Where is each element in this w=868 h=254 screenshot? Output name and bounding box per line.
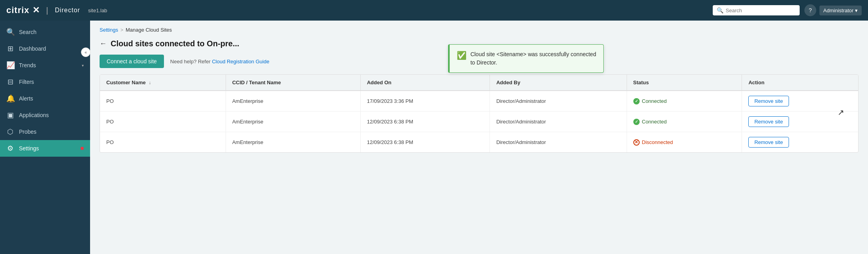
sort-icon: ↓ [149, 80, 151, 85]
table-row: PO AmEnterprise 12/09/2023 6:38 PM Direc… [100, 132, 858, 153]
help-text: Need help? Refer Cloud Registration Guid… [170, 59, 269, 64]
disconnected-icon: ✕ [633, 139, 640, 146]
cell-added-on: 17/09/2023 3:36 PM [360, 91, 490, 112]
nav-divider: | [46, 6, 49, 15]
sidebar-collapse-button[interactable]: « [81, 47, 90, 57]
table-body: PO AmEnterprise 17/09/2023 3:36 PM Direc… [100, 91, 858, 152]
filters-icon: ⊟ [6, 78, 14, 86]
applications-icon: ▣ [6, 111, 14, 119]
probes-icon: ⬡ [6, 127, 14, 136]
status-connected: ✓ Connected [633, 98, 736, 104]
table-header: Customer Name ↓ CCID / Tenant Name Added… [100, 75, 858, 91]
sidebar-label-settings: Settings [19, 145, 74, 152]
back-button[interactable]: ← [100, 40, 107, 48]
sidebar-item-search[interactable]: 🔍 Search [0, 24, 90, 40]
sidebar-label-dashboard: Dashboard [19, 45, 84, 52]
user-menu-button[interactable]: Administrator ▾ [819, 6, 862, 15]
sidebar-label-trends: Trends [19, 62, 77, 68]
status-label: Connected [642, 119, 667, 125]
cloud-sites-table: Customer Name ↓ CCID / Tenant Name Added… [100, 75, 858, 152]
cell-added-by: Director/Administrator [490, 112, 627, 132]
cloud-registration-guide-link[interactable]: Cloud Registration Guide [212, 59, 269, 64]
sidebar-item-trends[interactable]: 📈 Trends ▾ [0, 57, 90, 74]
sidebar-label-search: Search [19, 29, 84, 35]
breadcrumb-settings-link[interactable]: Settings [100, 27, 118, 33]
connected-icon: ✓ [633, 119, 640, 125]
cell-added-by: Director/Administrator [490, 91, 627, 112]
status-label: Disconnected [642, 139, 673, 145]
settings-icon: ⚙ [6, 144, 14, 153]
content-area: ✅ Cloud site <Sitename> was successfully… [90, 21, 868, 254]
cell-ccid: AmEnterprise [226, 91, 360, 112]
col-added-by: Added By [490, 75, 627, 91]
sidebar: « 🔍 Search ⊞ Dashboard 📈 Trends ▾ ⊟ Filt… [0, 21, 90, 254]
col-status: Status [627, 75, 742, 91]
nav-director-label: Director [55, 7, 80, 14]
search-icon: 🔍 [717, 7, 723, 13]
cell-action[interactable]: Remove site [742, 91, 858, 112]
breadcrumb-current-page: Manage Cloud Sites [126, 27, 172, 33]
remove-site-button[interactable]: Remove site [748, 96, 789, 106]
sidebar-item-probes[interactable]: ⬡ Probes [0, 123, 90, 140]
cell-customer: PO [100, 91, 226, 112]
cell-status: ✓ Connected [627, 112, 742, 132]
cloud-sites-table-container: Customer Name ↓ CCID / Tenant Name Added… [100, 74, 859, 153]
breadcrumb: Settings > Manage Cloud Sites [90, 21, 868, 36]
page-title: Cloud sites connected to On-pre... [111, 39, 239, 48]
status-connected: ✓ Connected [633, 119, 736, 125]
top-search-box[interactable]: 🔍 [713, 5, 800, 15]
nav-site-name: site1.lab [88, 8, 107, 13]
cell-customer: PO [100, 112, 226, 132]
cell-status: ✕ Disconnected [627, 132, 742, 153]
cell-customer: PO [100, 132, 226, 153]
cell-added-on: 12/09/2023 6:38 PM [360, 112, 490, 132]
chevron-down-icon: ▾ [82, 63, 84, 68]
settings-notification-dot [81, 147, 84, 150]
dashboard-icon: ⊞ [6, 44, 14, 53]
sidebar-label-probes: Probes [19, 129, 84, 135]
sidebar-item-applications[interactable]: ▣ Applications [0, 107, 90, 123]
cell-ccid: AmEnterprise [226, 112, 360, 132]
notification-text: Cloud site <Sitename> was successfully c… [471, 50, 596, 67]
col-ccid: CCID / Tenant Name [226, 75, 360, 91]
sidebar-item-alerts[interactable]: 🔔 Alerts [0, 90, 90, 107]
sidebar-label-filters: Filters [19, 79, 84, 85]
table-row: PO AmEnterprise 12/09/2023 6:38 PM Direc… [100, 112, 858, 132]
table-row: PO AmEnterprise 17/09/2023 3:36 PM Direc… [100, 91, 858, 112]
main-layout: « 🔍 Search ⊞ Dashboard 📈 Trends ▾ ⊟ Filt… [0, 21, 868, 254]
sidebar-item-dashboard[interactable]: ⊞ Dashboard [0, 40, 90, 57]
sidebar-label-applications: Applications [19, 112, 84, 118]
status-disconnected: ✕ Disconnected [633, 139, 736, 146]
cell-action[interactable]: Remove site [742, 112, 858, 132]
help-button[interactable]: ? [804, 4, 816, 16]
connect-cloud-site-button[interactable]: Connect a cloud site [100, 55, 164, 68]
citrix-logo: citrix ✕ | Director [6, 5, 80, 15]
col-action: Action [742, 75, 858, 91]
cell-ccid: AmEnterprise [226, 132, 360, 153]
connected-icon: ✓ [633, 98, 640, 104]
trends-icon: 📈 [6, 61, 14, 70]
breadcrumb-separator: > [121, 27, 123, 33]
alerts-icon: 🔔 [6, 94, 14, 103]
col-added-on: Added On [360, 75, 490, 91]
remove-site-button[interactable]: Remove site [748, 116, 789, 127]
sidebar-item-settings[interactable]: ⚙ Settings [0, 140, 90, 157]
top-search-input[interactable] [726, 8, 796, 13]
sidebar-label-alerts: Alerts [19, 95, 84, 102]
remove-site-button[interactable]: Remove site [748, 137, 789, 148]
cell-added-on: 12/09/2023 6:38 PM [360, 132, 490, 153]
citrix-brand-text: citrix ✕ [6, 5, 40, 15]
success-notification: ✅ Cloud site <Sitename> was successfully… [448, 44, 604, 73]
status-label: Connected [642, 98, 667, 104]
cell-status: ✓ Connected [627, 91, 742, 112]
cell-added-by: Director/Administrator [490, 132, 627, 153]
cell-action[interactable]: Remove site [742, 132, 858, 153]
top-nav: citrix ✕ | Director site1.lab 🔍 ? Admini… [0, 0, 868, 21]
search-icon: 🔍 [6, 28, 14, 36]
success-check-icon: ✅ [457, 51, 467, 60]
col-customer-name[interactable]: Customer Name ↓ [100, 75, 226, 91]
sidebar-item-filters[interactable]: ⊟ Filters [0, 74, 90, 90]
